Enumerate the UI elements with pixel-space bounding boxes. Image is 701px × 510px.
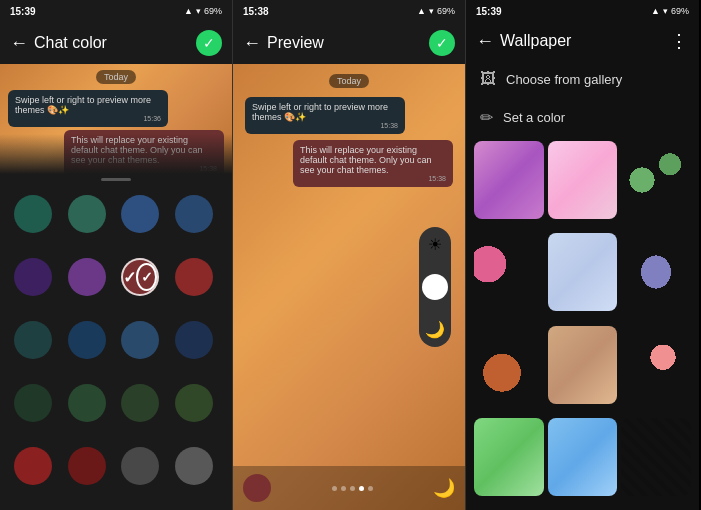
- color-dot-20[interactable]: [175, 447, 213, 485]
- chat-color-panel: 15:39 ▲ ▾ 69% ← Chat color ✓ Today Swipe…: [0, 0, 233, 510]
- wallpaper-thumb-5[interactable]: [548, 233, 618, 311]
- color-icon: ✏: [480, 108, 493, 127]
- color-dot-1[interactable]: [14, 195, 52, 233]
- preview-bubble-received: Swipe left or right to preview more them…: [245, 97, 405, 134]
- status-time-3: 15:39: [476, 6, 502, 17]
- wallpaper-top-bar: ← Wallpaper ⋮: [466, 22, 699, 60]
- wifi-icon-3: ▾: [663, 6, 668, 16]
- color-dot-17[interactable]: [14, 447, 52, 485]
- color-dot-5[interactable]: [14, 258, 52, 296]
- color-dot-12[interactable]: [175, 321, 213, 359]
- confirm-button-2[interactable]: ✓: [429, 30, 455, 56]
- wallpaper-thumb-12[interactable]: [621, 418, 691, 496]
- preview-panel: 15:38 ▲ ▾ 69% ← Preview ✓ Today Swipe le…: [233, 0, 466, 510]
- wallpaper-thumb-7[interactable]: [474, 326, 544, 404]
- preview-bubble-time-2: 15:38: [300, 175, 446, 182]
- chat-preview-1: Today Swipe left or right to preview mor…: [0, 64, 232, 174]
- color-dot-11[interactable]: [121, 321, 159, 359]
- color-swatch-preview[interactable]: [243, 474, 271, 502]
- confirm-button-1[interactable]: ✓: [196, 30, 222, 56]
- brightness-icon: ☀: [428, 235, 442, 254]
- gallery-label: Choose from gallery: [506, 72, 622, 87]
- battery-2: 69%: [437, 6, 455, 16]
- dot-1: [332, 486, 337, 491]
- dot-3: [350, 486, 355, 491]
- check-icon-1: ✓: [203, 35, 215, 51]
- signal-icon-3: ▲: [651, 6, 660, 16]
- color-dot-16[interactable]: [175, 384, 213, 422]
- status-time-2: 15:38: [243, 6, 269, 17]
- gallery-icon: 🖼: [480, 70, 496, 88]
- wallpaper-thumb-6[interactable]: [621, 233, 691, 311]
- dot-5: [368, 486, 373, 491]
- color-dot-8[interactable]: [175, 258, 213, 296]
- color-dot-9[interactable]: [14, 321, 52, 359]
- status-time-1: 15:39: [10, 6, 36, 17]
- gallery-option[interactable]: 🖼 Choose from gallery: [466, 60, 699, 98]
- preview-bubble-sent: This will replace your existing default …: [293, 140, 453, 187]
- back-button-3[interactable]: ←: [476, 31, 494, 52]
- battery-3: 69%: [671, 6, 689, 16]
- color-grid: ✓: [0, 185, 232, 510]
- color-dot-2[interactable]: [68, 195, 106, 233]
- preview-bg: Today Swipe left or right to preview mor…: [233, 64, 465, 510]
- top-bar-1: ← Chat color ✓: [0, 22, 232, 64]
- wallpaper-thumb-3[interactable]: [621, 141, 691, 219]
- brightness-slider[interactable]: ☀ 🌙: [419, 227, 451, 347]
- color-dot-10[interactable]: [68, 321, 106, 359]
- status-icons-2: ▲ ▾ 69%: [417, 6, 455, 16]
- brightness-thumb[interactable]: [422, 274, 448, 300]
- status-bar-3: 15:39 ▲ ▾ 69%: [466, 0, 699, 22]
- color-dot-7[interactable]: ✓: [121, 258, 159, 296]
- wallpaper-thumb-9[interactable]: [621, 326, 691, 404]
- battery-1: 69%: [204, 6, 222, 16]
- wallpaper-thumb-10[interactable]: [474, 418, 544, 496]
- back-button-2[interactable]: ←: [243, 33, 261, 54]
- moon-icon: 🌙: [425, 320, 445, 339]
- color-dot-19[interactable]: [121, 447, 159, 485]
- status-icons-3: ▲ ▾ 69%: [651, 6, 689, 16]
- bubble-received-1: Swipe left or right to preview more them…: [8, 90, 168, 127]
- panel1-title: Chat color: [34, 34, 107, 52]
- bubble-time-1: 15:36: [15, 115, 161, 122]
- color-dot-3[interactable]: [121, 195, 159, 233]
- status-bar-1: 15:39 ▲ ▾ 69%: [0, 0, 232, 22]
- top-bar-2: ← Preview ✓: [233, 22, 465, 64]
- preview-bottom-bar: 🌙: [233, 466, 465, 510]
- color-option[interactable]: ✏ Set a color: [466, 98, 699, 137]
- dot-indicator: [271, 486, 433, 491]
- signal-icon-1: ▲: [184, 6, 193, 16]
- signal-icon-2: ▲: [417, 6, 426, 16]
- dark-mode-icon[interactable]: 🌙: [433, 477, 455, 499]
- wallpaper-thumb-1[interactable]: [474, 141, 544, 219]
- wallpaper-top-left: ← Wallpaper: [476, 31, 571, 52]
- check-icon-2: ✓: [436, 35, 448, 51]
- color-dot-4[interactable]: [175, 195, 213, 233]
- color-dot-6[interactable]: [68, 258, 106, 296]
- wallpaper-thumb-2[interactable]: [548, 141, 618, 219]
- color-dot-15[interactable]: [121, 384, 159, 422]
- wifi-icon-2: ▾: [429, 6, 434, 16]
- bubble-sent-1: This will replace your existing default …: [64, 130, 224, 174]
- color-label: Set a color: [503, 110, 565, 125]
- bubble-time-2: 15:38: [71, 165, 217, 172]
- wifi-icon-1: ▾: [196, 6, 201, 16]
- color-dot-14[interactable]: [68, 384, 106, 422]
- wallpaper-thumb-4[interactable]: [474, 233, 544, 311]
- top-bar-left-2: ← Preview: [243, 33, 324, 54]
- status-icons-1: ▲ ▾ 69%: [184, 6, 222, 16]
- wallpaper-grid: [466, 137, 699, 510]
- dot-4-active: [359, 486, 364, 491]
- more-options-button[interactable]: ⋮: [670, 30, 689, 52]
- back-button-1[interactable]: ←: [10, 33, 28, 54]
- drag-handle-1[interactable]: [101, 178, 131, 181]
- color-dot-18[interactable]: [68, 447, 106, 485]
- panel3-title: Wallpaper: [500, 32, 571, 50]
- preview-bubble-time-1: 15:38: [252, 122, 398, 129]
- wallpaper-thumb-11[interactable]: [548, 418, 618, 496]
- color-dot-13[interactable]: [14, 384, 52, 422]
- wallpaper-panel: 15:39 ▲ ▾ 69% ← Wallpaper ⋮ 🖼 Choose fro…: [466, 0, 699, 510]
- date-badge-2: Today: [329, 74, 369, 88]
- wallpaper-thumb-8[interactable]: [548, 326, 618, 404]
- status-bar-2: 15:38 ▲ ▾ 69%: [233, 0, 465, 22]
